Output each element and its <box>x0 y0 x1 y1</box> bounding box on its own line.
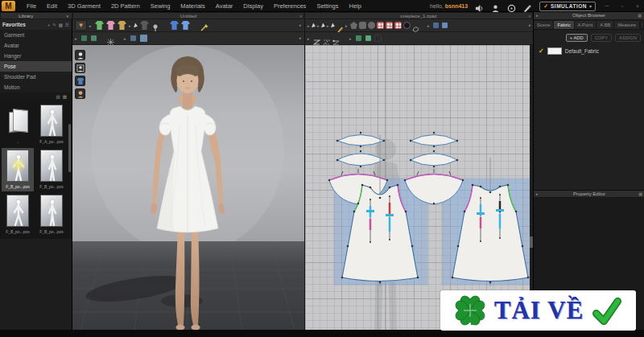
flyout-icon[interactable]: ▸ <box>317 23 320 28</box>
show-pattern-2d-icon[interactable] <box>432 22 440 29</box>
menu-edit[interactable]: Edit <box>47 2 57 10</box>
fabric-list-item[interactable]: ✓ Default_Fabric <box>534 46 644 56</box>
menu-materials[interactable]: Materials <box>180 2 204 10</box>
menu-3d-garment[interactable]: 3D Garment <box>68 2 101 10</box>
fabric-check-icon[interactable]: ✓ <box>539 47 544 55</box>
internal-rectangle-icon[interactable] <box>386 22 393 29</box>
flyout-icon[interactable]: ▸ <box>89 23 93 28</box>
thumbnail-pose-1[interactable]: F_A_po...pos <box>35 103 68 146</box>
shrinkage-icon[interactable] <box>355 35 362 42</box>
pattern-dress-back[interactable] <box>452 158 530 286</box>
show-head-icon[interactable] <box>75 88 85 99</box>
account-icon[interactable] <box>491 2 500 10</box>
maximize-button[interactable]: ▫ <box>618 3 626 9</box>
show-mannequin-icon[interactable] <box>75 63 85 73</box>
fabric-swatch[interactable] <box>547 47 562 55</box>
stitch-display-icon[interactable] <box>80 35 88 42</box>
select-tool-icon[interactable] <box>134 23 138 28</box>
sidebar-item-avatar[interactable]: Avatar <box>0 40 72 51</box>
viewport-2d-titlebar[interactable]: onepiece_1.zpac ▾ <box>304 12 533 19</box>
pin-garment-icon[interactable] <box>140 21 149 30</box>
transform-pattern-icon[interactable] <box>312 23 316 28</box>
menu-display[interactable]: Display <box>243 2 263 10</box>
show-basepattern-2d-icon[interactable] <box>441 22 448 29</box>
rectangle-tool-icon[interactable] <box>359 22 366 29</box>
edit-curvature-icon[interactable] <box>331 23 336 28</box>
flyout-icon[interactable]: ▸ <box>427 23 431 28</box>
add-fabric-button[interactable]: + ADD <box>566 34 588 42</box>
tab-scene[interactable]: Scene <box>534 21 554 29</box>
menu-2d-pattern[interactable]: 2D Pattern <box>111 2 140 10</box>
show-garment-icon[interactable] <box>95 21 104 30</box>
panel-options-icon[interactable]: ▦ <box>638 191 642 198</box>
collapse-panel-icon[interactable]: ▸ <box>536 12 539 19</box>
flyout-icon[interactable]: ▸ <box>349 36 353 41</box>
add-favorite-icon[interactable]: + <box>47 23 50 27</box>
thumbnail-pose-2-selected[interactable]: F_B_po...pos <box>2 148 34 191</box>
flyout-icon[interactable]: ▸ <box>345 23 349 28</box>
library-dropdown[interactable]: Library ▾ <box>0 12 72 19</box>
thumbnail-pose-3[interactable]: F_B_po...pos <box>35 148 68 191</box>
menu-icon[interactable]: ☰ <box>65 23 69 27</box>
menu-avatar[interactable]: Avatar <box>216 2 233 10</box>
arrangement-points-icon[interactable] <box>170 21 179 30</box>
assign-fabric-button[interactable]: ASSIGN <box>615 34 641 42</box>
menu-help[interactable]: Help <box>349 2 361 10</box>
flyout-icon[interactable]: ▸ <box>308 23 311 28</box>
simulation-caret-icon[interactable]: ▾ <box>589 3 592 9</box>
show-avatar-icon[interactable] <box>75 50 85 60</box>
app-logo[interactable]: M <box>2 1 15 11</box>
username[interactable]: bsnn413 <box>445 3 468 9</box>
info-icon[interactable] <box>507 2 516 10</box>
sidebar-item-hanger[interactable]: Hanger <box>0 51 72 61</box>
grading-icon[interactable] <box>374 35 382 42</box>
list-view-icon[interactable]: ▤ <box>56 94 60 99</box>
tab-fabric[interactable]: Fabric <box>554 21 574 29</box>
circle-tool-icon[interactable] <box>368 22 375 29</box>
render-style-icon[interactable] <box>130 35 137 42</box>
toolbar-overflow-icon[interactable]: ▸ <box>299 23 303 27</box>
flyout-icon[interactable]: ▸ <box>129 23 132 28</box>
internal-circle-icon[interactable] <box>394 22 402 29</box>
copy-fabric-button[interactable]: COPY <box>591 34 612 42</box>
close-button[interactable]: × <box>634 3 642 9</box>
tab-measure[interactable]: Measure <box>614 21 640 29</box>
polygon-tool-icon[interactable] <box>350 22 357 29</box>
wand-tool-icon[interactable] <box>200 21 208 30</box>
simulation-button[interactable]: ✓ SIMULATION ▾ <box>539 2 596 11</box>
show-garment-dropdown-icon[interactable]: ▼ <box>75 20 87 31</box>
edit-pattern-icon[interactable] <box>321 23 326 28</box>
thumbnail-pose-5[interactable]: F_B_po...pos <box>35 193 68 236</box>
flyout-icon[interactable]: ▸ <box>124 36 127 41</box>
grid-view-icon[interactable]: ▦ <box>63 94 67 99</box>
pen-tool-icon[interactable] <box>336 22 344 29</box>
thumbnail-folder-up[interactable]: .. <box>2 103 34 146</box>
viewport-3d-titlebar[interactable]: Untitled ▾ <box>72 12 304 19</box>
avatar-3d-canvas[interactable] <box>72 45 304 337</box>
viewport-3d-menu-icon[interactable]: ▾ <box>299 13 302 19</box>
stitch-texture-icon[interactable] <box>90 35 97 42</box>
internal-polygon-icon[interactable] <box>377 22 384 29</box>
particle-distance-icon[interactable] <box>107 35 114 42</box>
speaker-icon[interactable] <box>475 2 484 10</box>
show-seams-icon[interactable] <box>118 21 126 30</box>
sidebar-item-motion[interactable]: Motion <box>0 82 72 92</box>
pin-icon[interactable] <box>151 21 160 30</box>
tab-a-bb[interactable]: A.BB <box>597 21 614 29</box>
show-garment-fit-icon[interactable] <box>75 76 85 86</box>
sidebar-item-garment[interactable]: Garment <box>0 30 72 40</box>
sidebar-item-shoulder-pad[interactable]: Shoulder Pad <box>0 72 72 82</box>
trace-tool-icon[interactable] <box>412 22 419 29</box>
segment-sewing-icon[interactable] <box>313 35 320 42</box>
show-pattern-icon[interactable] <box>106 21 115 30</box>
flyout-icon[interactable]: ▸ <box>75 36 78 41</box>
collapse-panel-icon[interactable]: ▸ <box>536 191 539 198</box>
edit-sewing-icon[interactable] <box>332 35 340 42</box>
arrangement-avatar-icon[interactable] <box>181 21 190 30</box>
toolbar-overflow-icon[interactable]: ▸ <box>529 23 532 27</box>
object-browser-header[interactable]: ▸ Object Browser ▦ <box>534 12 644 20</box>
minimize-button[interactable]: ─ <box>603 3 611 9</box>
screen-capture-icon[interactable] <box>139 34 148 43</box>
sidebar-item-pose[interactable]: Pose <box>0 61 72 72</box>
free-sewing-icon[interactable] <box>323 35 330 42</box>
